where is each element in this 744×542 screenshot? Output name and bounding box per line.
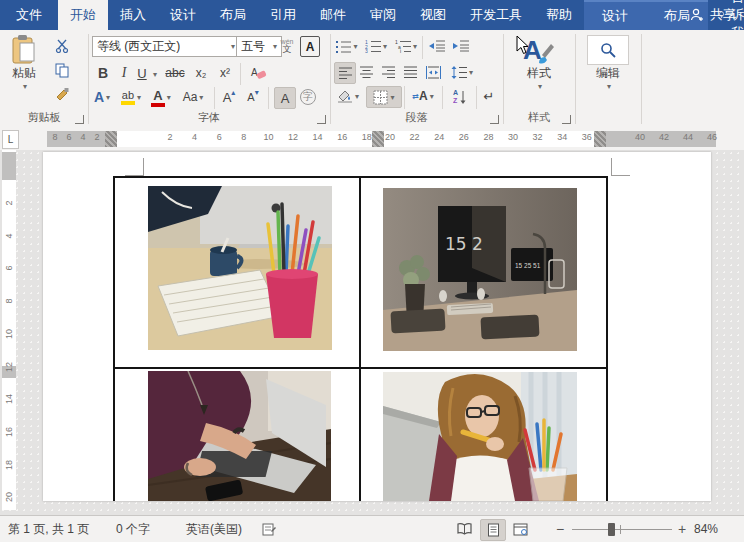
underline-button[interactable]: U [134,63,150,83]
tab-main-4[interactable]: 引用 [258,0,308,30]
multilevel-dropdown-arrow: ▾ [413,42,417,51]
table-border-left[interactable] [113,176,115,501]
underline-dropdown-arrow[interactable]: ▾ [153,70,157,79]
tab-file[interactable]: 文件 [0,0,58,30]
shrink-font-button[interactable]: A ▾ [242,87,264,107]
photo-dual-monitor-desk[interactable]: 15 2 15 25 51 [383,188,577,351]
asian-layout-button[interactable]: ⇄ A ▾ [408,86,438,106]
page-indicator[interactable]: 第 1 页, 共 1 页 [8,516,89,542]
format-painter-button[interactable] [50,84,74,104]
table-column-marker-2[interactable] [372,131,384,147]
font-color-button[interactable]: A ▾ [148,87,174,107]
character-border-button[interactable]: A [300,36,320,57]
group-styles: A 样式 ▾ 样式 [503,30,575,127]
align-right-button[interactable] [378,62,398,82]
zoom-level[interactable]: 84% [694,516,718,542]
table-column-marker-3[interactable] [594,131,606,147]
margin-mark-right-h [612,175,630,176]
tab-main-2[interactable]: 设计 [158,0,208,30]
character-shading-button[interactable]: A [274,87,296,109]
zoom-out-button[interactable]: − [556,516,564,542]
tab-main-5[interactable]: 邮件 [308,0,358,30]
paragraph-dialog-launcher[interactable] [490,115,499,124]
bullets-button[interactable]: ▾ [334,36,360,56]
borders-dropdown-arrow: ▾ [390,93,394,102]
line-spacing-button[interactable]: ▾ [448,62,476,82]
phonetic-guide-button[interactable]: wén 文 [278,35,296,56]
distribute-icon [426,66,441,79]
tab-stop-selector[interactable]: L [2,130,19,149]
numbering-button[interactable]: 1 2 3 ▾ [362,36,390,56]
print-layout-button[interactable] [480,519,506,541]
document-page[interactable]: 15 2 15 25 51 [43,152,711,501]
distribute-button[interactable] [422,62,444,82]
read-mode-button[interactable] [452,519,476,539]
sort-button[interactable]: A Z [448,86,472,106]
paste-button[interactable]: 粘贴 ▾ [6,35,42,91]
zoom-in-button[interactable]: + [678,516,686,542]
tab-main-1[interactable]: 插入 [108,0,158,30]
styles-dropdown-arrow: ▾ [538,82,542,91]
zoom-slider-thumb[interactable] [608,523,615,536]
share-button[interactable]: 共享 [689,0,736,30]
table-border-right[interactable] [606,176,608,501]
tab-contextual-0[interactable]: 设计 [584,2,646,30]
group-font: 等线 (西文正文) ▾ 五号 ▾ wén 文 A B I U ▾ abc [88,30,330,127]
hruler-number: 2 [94,132,99,142]
align-center-button[interactable] [356,62,376,82]
tab-main-9[interactable]: 帮助 [534,0,584,30]
subscript-button[interactable]: x₂ [190,63,212,83]
styles-button[interactable]: A 样式 ▾ [517,35,561,91]
show-hide-marks-button[interactable]: ↵ [478,86,500,106]
zoom-slider-track[interactable] [572,529,672,530]
table-column-marker-1[interactable] [105,131,117,147]
borders-button[interactable]: ▾ [366,86,402,108]
share-label: 共享 [710,6,736,24]
tab-main-7[interactable]: 视图 [408,0,458,30]
table-border-middle[interactable] [359,176,361,501]
change-case-button[interactable]: Aa ▾ [178,87,208,107]
superscript-button[interactable]: x² [214,63,236,83]
styles-dialog-launcher[interactable] [562,115,571,124]
justify-button[interactable] [400,62,420,82]
strikethrough-button[interactable]: abc [162,63,188,83]
vruler-number: 20 [4,490,14,504]
shading-button[interactable]: ▾ [334,86,362,106]
ribbon: 粘贴 ▾ [0,30,744,129]
proofing-status[interactable] [262,516,277,542]
decrease-indent-button[interactable] [426,36,448,56]
ruler-text-area [117,131,594,147]
font-size-combo[interactable]: 五号 ▾ [236,36,282,57]
grow-font-button[interactable]: A ▴ [218,87,240,107]
photo-imac-desk[interactable] [148,186,332,350]
svg-text:A: A [251,67,258,78]
bold-button[interactable]: B [94,63,112,83]
text-effects-glyph: A [94,89,104,105]
editing-button[interactable]: 编辑 ▾ [586,35,630,91]
copy-button[interactable] [50,60,74,80]
tab-main-3[interactable]: 布局 [208,0,258,30]
italic-button[interactable]: I [116,63,132,83]
photo-typing-macbook[interactable] [148,371,331,501]
highlight-button[interactable]: ab ▾ [118,87,144,107]
hruler-number: 44 [683,132,693,142]
font-dialog-launcher[interactable] [317,115,326,124]
main-tabs: 开始插入设计布局引用邮件审阅视图开发工具帮助 [58,0,584,30]
language-status[interactable]: 英语(美国) [186,516,242,542]
word-count[interactable]: 0 个字 [116,516,150,542]
align-left-button[interactable] [334,62,356,84]
table-border-row-divider[interactable] [113,367,608,369]
tab-main-8[interactable]: 开发工具 [458,0,534,30]
clear-formatting-button[interactable]: A [246,63,272,83]
tab-main-6[interactable]: 审阅 [358,0,408,30]
web-layout-button[interactable] [508,519,532,539]
enclose-characters-button[interactable]: 字 [298,87,318,107]
text-effects-button[interactable]: A ▾ [92,87,112,107]
font-name-combo[interactable]: 等线 (西文正文) ▾ [92,36,240,57]
tab-main-0[interactable]: 开始 [58,0,108,30]
clipboard-dialog-launcher[interactable] [75,115,84,124]
photo-woman-pencil[interactable] [383,372,577,501]
increase-indent-button[interactable] [450,36,472,56]
multilevel-list-button[interactable]: 1 a i ▾ [392,36,420,56]
cut-button[interactable] [50,36,74,56]
